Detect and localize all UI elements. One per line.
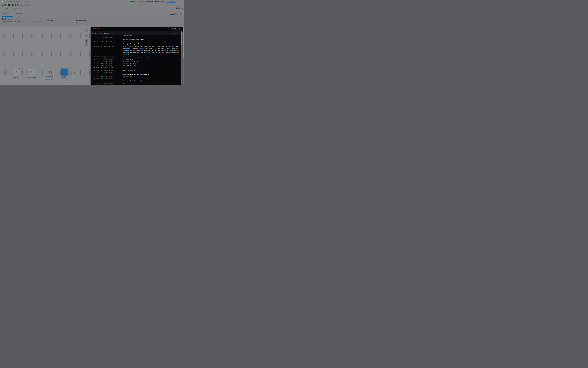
panel-scrollbar-thumb[interactable] <box>183 58 184 85</box>
node-success-icon: ✓ <box>67 68 68 70</box>
services-label: Service(s) <box>46 20 53 21</box>
log-row: 11INFO15/09/2022 16:09:42Chart bucket: a… <box>91 67 181 69</box>
cd-module-icon <box>2 8 4 9</box>
node-infrastructure[interactable]: ✓ <box>28 68 35 75</box>
node-rollout-deployment[interactable]: ℮ ✓ <box>61 68 68 75</box>
marquee-select-icon <box>86 35 87 37</box>
started-at-label: Started at: <box>2 21 9 23</box>
start-time-label: Start time <box>138 1 144 2</box>
step-name: Fetch Files <box>99 32 109 34</box>
active-tab-indicator <box>2 16 13 17</box>
console-view-label: Console View <box>168 13 178 15</box>
log-row: 6INFO15/09/2022 16:09:42Helm repository:… <box>91 56 181 58</box>
elapsed-value: 59s <box>163 1 165 2</box>
service-gear-icon: ⚙ <box>15 71 18 73</box>
service-tag-icon: ⚙ <box>6 8 8 9</box>
log-scrollbar <box>181 31 182 85</box>
environment-tag: e2, e1 <box>17 8 21 9</box>
log-row: 3INFO15/09/2022 16:09:35 Starting fetchi… <box>91 37 181 41</box>
search-icon[interactable] <box>160 28 162 29</box>
connector-line <box>53 72 60 72</box>
refresh-icon <box>178 1 179 2</box>
status-badge: ✓ SUCCESS <box>126 0 136 3</box>
connector-line <box>68 72 72 72</box>
step-logs-panel: Step Logs Console View ✓ Fetch Files 9s … <box>91 27 183 85</box>
cd-module-icon <box>2 0 4 2</box>
view-button[interactable]: View <box>167 0 176 3</box>
breadcrumb-separator: › <box>21 0 21 2</box>
scroll-to-bottom-icon[interactable] <box>174 33 176 34</box>
open-in-new-icon[interactable] <box>167 28 169 29</box>
page-title: CDS-41722-S3 <box>2 3 18 6</box>
step-logs-actions: Console View <box>160 27 181 29</box>
log-rows: in getTTL() }3INFO15/09/2022 16:09:35 St… <box>91 35 181 85</box>
node-service[interactable]: ⚙ ✓ <box>13 68 20 75</box>
zoom-in-icon <box>86 40 87 42</box>
success-check-icon: ✓ <box>127 1 128 2</box>
refresh-button[interactable] <box>178 1 179 2</box>
title-row: CDS-41722-S3 (Execution Id: 8) <box>2 3 30 6</box>
connector-port <box>46 72 47 73</box>
breadcrumb-pipeline[interactable]: CDS-41722-S3 <box>22 0 32 2</box>
tab-inputs[interactable]: Inputs <box>15 13 22 15</box>
tab-pipeline[interactable]: Pipeline <box>3 13 11 15</box>
tabs-bar: Pipeline Inputs Console View <box>0 12 184 17</box>
duration-label: Duration: <box>33 21 39 23</box>
play-icon <box>6 71 7 73</box>
expand-icon[interactable] <box>163 28 165 29</box>
log-row: 15INFO15/09/2022 16:09:42 Fetching helm … <box>91 78 181 82</box>
started-at-value: 15/09/2022, 16:09:27 <box>9 21 23 23</box>
log-row: 12INFO15/09/2022 16:09:42Region: us-east… <box>91 69 181 72</box>
pipeline-start-node[interactable] <box>4 70 8 74</box>
user-avatar-icon <box>176 7 178 9</box>
toggle-knob <box>179 13 180 15</box>
connector-line <box>35 72 46 72</box>
log-row: 4INFO15/09/2022 16:09:35 Fetching values… <box>91 41 181 45</box>
step-duration: 9s <box>178 32 179 34</box>
stage-info-bar: DeployLocal Started at: 15/09/2022, 16:0… <box>0 17 184 26</box>
zoom-out-button[interactable] <box>85 43 88 46</box>
chevron-down-icon[interactable] <box>92 33 93 34</box>
service-link[interactable]: s2 <box>46 22 47 24</box>
breadcrumb-project[interactable]: CFDs_Test <box>4 0 12 2</box>
log-row: in getTTL() } <box>91 35 181 37</box>
environment-link[interactable]: e1 <box>76 22 78 24</box>
service-tag: s2 <box>9 8 10 9</box>
console-view-switch-row: Console View <box>168 13 182 15</box>
step-log-tools: 9s <box>171 32 179 34</box>
environments-label: Environment(s) <box>76 20 87 21</box>
node-label-rollout-deployment: Rollout Deployment <box>59 76 69 81</box>
log-console-view-button[interactable]: Console View <box>170 27 181 29</box>
pipeline-end-node[interactable] <box>73 71 76 74</box>
log-scrollbar-thumb[interactable] <box>181 45 182 85</box>
breadcrumb-separator: › <box>13 0 13 2</box>
status-badge-label: SUCCESS <box>129 1 135 2</box>
canvas-select-button[interactable] <box>85 34 88 37</box>
connector-line <box>8 72 12 72</box>
log-row: 13INFO15/09/2022 16:09:42 Following were… <box>91 71 181 76</box>
canvas-zoom-controls <box>85 39 88 46</box>
duration: Duration: 22s <box>33 21 42 23</box>
node-label-service: Service <box>10 76 22 79</box>
node-resource-constraint[interactable] <box>49 71 50 74</box>
canvas-fullscreen-button[interactable] <box>85 29 88 32</box>
console-view-toggle[interactable] <box>179 13 182 15</box>
duration-value: 22s <box>39 21 42 23</box>
user-menu[interactable]: Admin <box>176 7 183 9</box>
connector-line <box>20 72 27 72</box>
constraint-stop-dot <box>49 71 50 72</box>
breadcrumb-pipelines[interactable]: Pipelines <box>14 0 20 2</box>
clock-icon <box>161 1 162 2</box>
breadcrumb: CFDs_Test › Pipelines › CDS-41722-S3 › <box>2 0 33 2</box>
view-button-label: View <box>171 0 174 2</box>
user-name: Admin <box>179 8 183 9</box>
zoom-in-button[interactable] <box>85 39 88 43</box>
kebab-menu-button[interactable] <box>181 0 181 2</box>
connector-port <box>52 72 54 73</box>
step-success-icon: ✓ <box>95 33 96 34</box>
step-log-group-header[interactable]: ✓ Fetch Files 9s <box>91 31 181 35</box>
started-at: Started at: 15/09/2022, 16:09:27 <box>2 21 23 23</box>
execution-status-row: ✓ SUCCESS Start time 15/09/2022 16:09:26… <box>126 0 181 3</box>
zoom-out-icon <box>86 44 87 44</box>
scroll-to-top-icon[interactable] <box>171 33 172 34</box>
